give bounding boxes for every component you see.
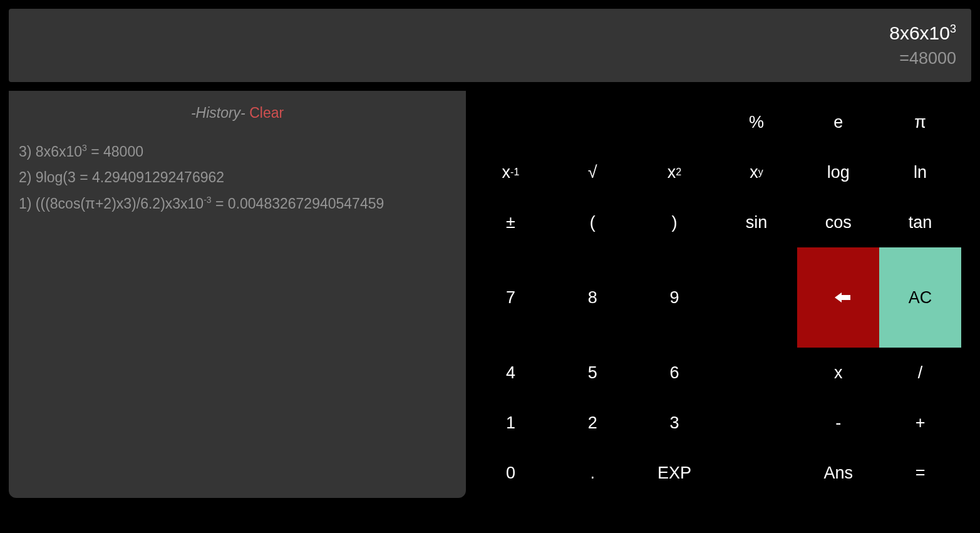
digit-3-button[interactable]: 3	[634, 398, 716, 448]
clear-history-button[interactable]: Clear	[249, 105, 284, 121]
ans-button[interactable]: Ans	[797, 448, 879, 498]
digit-4-button[interactable]: 4	[470, 348, 552, 398]
expression-exponent: 3	[950, 23, 956, 35]
history-panel: -History- Clear 3) 8x6x103 = 48000 2) 9l…	[9, 91, 466, 498]
result-display: =48000	[899, 49, 956, 68]
display-panel: 8x6x103 =48000	[9, 9, 971, 82]
decimal-button[interactable]: .	[552, 448, 634, 498]
e-button[interactable]: e	[797, 97, 879, 147]
expression-base: 8x6x10	[889, 23, 950, 43]
expression-display: 8x6x103	[889, 23, 956, 44]
percent-button[interactable]: %	[715, 97, 797, 147]
history-list: 3) 8x6x103 = 48000 2) 9log(3 = 4.2940912…	[14, 139, 461, 217]
cos-button[interactable]: cos	[797, 197, 879, 247]
history-title: -History-	[191, 105, 245, 121]
digit-9-button[interactable]: 9	[634, 247, 716, 348]
digit-1-button[interactable]: 1	[470, 398, 552, 448]
power-button[interactable]: xy	[715, 147, 797, 197]
digit-5-button[interactable]: 5	[552, 348, 634, 398]
digit-8-button[interactable]: 8	[552, 247, 634, 348]
inverse-button[interactable]: x -1	[470, 147, 552, 197]
equals-button[interactable]: =	[879, 448, 961, 498]
digit-2-button[interactable]: 2	[552, 398, 634, 448]
divide-button[interactable]: /	[879, 348, 961, 398]
history-item[interactable]: 2) 9log(3 = 4.294091292476962	[19, 165, 461, 190]
pi-button[interactable]: π	[879, 97, 961, 147]
digit-6-button[interactable]: 6	[634, 348, 716, 398]
plusminus-button[interactable]: ±	[470, 197, 552, 247]
exp-button[interactable]: EXP	[634, 448, 716, 498]
keypad: % e π x -1 √ x2 xy log ln ± ( ) sin cos …	[466, 91, 980, 498]
minus-button[interactable]: -	[797, 398, 879, 448]
sqrt-button[interactable]: √	[552, 147, 634, 197]
digit-7-button[interactable]: 7	[470, 247, 552, 348]
all-clear-button[interactable]: AC	[879, 247, 961, 348]
multiply-button[interactable]: x	[797, 348, 879, 398]
history-header: -History- Clear	[14, 105, 461, 122]
history-item[interactable]: 1) (((8cos(π+2)x3)/6.2)x3x10-3 = 0.00483…	[19, 191, 461, 217]
right-paren-button[interactable]: )	[634, 197, 716, 247]
tan-button[interactable]: tan	[879, 197, 961, 247]
log-button[interactable]: log	[797, 147, 879, 197]
digit-0-button[interactable]: 0	[470, 448, 552, 498]
ln-button[interactable]: ln	[879, 147, 961, 197]
square-button[interactable]: x2	[634, 147, 716, 197]
left-paren-button[interactable]: (	[552, 197, 634, 247]
history-item[interactable]: 3) 8x6x103 = 48000	[19, 139, 461, 165]
sin-button[interactable]: sin	[715, 197, 797, 247]
plus-button[interactable]: +	[879, 398, 961, 448]
backspace-button[interactable]	[797, 247, 879, 348]
arrow-left-icon	[835, 292, 842, 303]
